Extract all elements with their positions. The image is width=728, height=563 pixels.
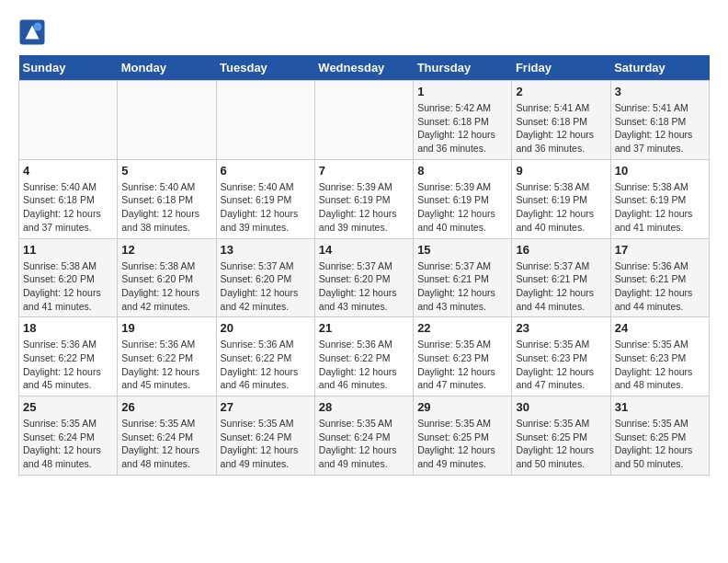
day-info: Sunrise: 5:38 AMSunset: 6:19 PMDaylight:… <box>516 180 606 235</box>
calendar-cell: 26Sunrise: 5:35 AMSunset: 6:24 PMDayligh… <box>118 396 216 476</box>
day-info: Sunrise: 5:36 AMSunset: 6:22 PMDaylight:… <box>221 338 311 392</box>
calendar-cell: 30Sunrise: 5:35 AMSunset: 6:25 PMDayligh… <box>512 396 610 476</box>
day-info: Sunrise: 5:35 AMSunset: 6:23 PMDaylight:… <box>516 338 606 392</box>
calendar-cell: 25Sunrise: 5:35 AMSunset: 6:24 PMDayligh… <box>19 396 118 476</box>
day-number: 2 <box>516 85 606 98</box>
day-number: 28 <box>319 400 409 414</box>
day-info: Sunrise: 5:36 AMSunset: 6:22 PMDaylight:… <box>23 338 113 392</box>
day-header-sunday: Sunday <box>19 55 118 81</box>
day-info: Sunrise: 5:35 AMSunset: 6:24 PMDaylight:… <box>23 417 113 471</box>
calendar-cell: 27Sunrise: 5:35 AMSunset: 6:24 PMDayligh… <box>216 396 314 476</box>
calendar-week-row: 11Sunrise: 5:38 AMSunset: 6:20 PMDayligh… <box>19 238 710 317</box>
calendar-cell: 20Sunrise: 5:36 AMSunset: 6:22 PMDayligh… <box>216 317 314 396</box>
calendar-cell: 17Sunrise: 5:36 AMSunset: 6:21 PMDayligh… <box>610 238 709 317</box>
calendar-cell: 19Sunrise: 5:36 AMSunset: 6:22 PMDayligh… <box>118 317 216 396</box>
day-number: 20 <box>221 321 311 335</box>
day-info: Sunrise: 5:36 AMSunset: 6:22 PMDaylight:… <box>121 338 211 392</box>
calendar-cell: 5Sunrise: 5:40 AMSunset: 6:18 PMDaylight… <box>118 159 216 238</box>
day-number: 23 <box>516 321 606 335</box>
calendar-cell: 4Sunrise: 5:40 AMSunset: 6:18 PMDaylight… <box>19 159 118 238</box>
calendar-cell: 29Sunrise: 5:35 AMSunset: 6:25 PMDayligh… <box>414 396 512 476</box>
day-number: 19 <box>121 321 211 335</box>
day-number: 25 <box>23 400 113 414</box>
svg-point-2 <box>34 23 42 31</box>
day-info: Sunrise: 5:36 AMSunset: 6:21 PMDaylight:… <box>615 259 705 314</box>
day-number: 30 <box>516 400 606 414</box>
calendar-week-row: 18Sunrise: 5:36 AMSunset: 6:22 PMDayligh… <box>19 317 710 396</box>
day-info: Sunrise: 5:40 AMSunset: 6:18 PMDaylight:… <box>121 180 211 235</box>
day-number: 9 <box>516 164 606 178</box>
day-number: 17 <box>615 243 705 257</box>
calendar-cell: 28Sunrise: 5:35 AMSunset: 6:24 PMDayligh… <box>314 396 413 476</box>
day-number: 13 <box>221 243 311 257</box>
day-info: Sunrise: 5:41 AMSunset: 6:18 PMDaylight:… <box>615 101 705 155</box>
day-header-friday: Friday <box>512 55 610 81</box>
calendar-cell <box>314 81 413 160</box>
calendar-cell: 24Sunrise: 5:35 AMSunset: 6:23 PMDayligh… <box>610 317 709 396</box>
calendar-cell: 18Sunrise: 5:36 AMSunset: 6:22 PMDayligh… <box>19 317 118 396</box>
day-info: Sunrise: 5:37 AMSunset: 6:20 PMDaylight:… <box>319 259 409 314</box>
day-info: Sunrise: 5:38 AMSunset: 6:20 PMDaylight:… <box>121 259 211 314</box>
calendar-cell <box>118 81 216 160</box>
day-number: 15 <box>417 243 507 257</box>
calendar-cell: 23Sunrise: 5:35 AMSunset: 6:23 PMDayligh… <box>512 317 610 396</box>
day-number: 5 <box>121 164 211 178</box>
day-number: 26 <box>121 400 211 414</box>
calendar-cell: 6Sunrise: 5:40 AMSunset: 6:19 PMDaylight… <box>216 159 314 238</box>
day-number: 18 <box>23 321 113 335</box>
calendar-cell: 12Sunrise: 5:38 AMSunset: 6:20 PMDayligh… <box>118 238 216 317</box>
day-number: 11 <box>23 243 113 257</box>
day-info: Sunrise: 5:39 AMSunset: 6:19 PMDaylight:… <box>417 180 507 235</box>
day-info: Sunrise: 5:39 AMSunset: 6:19 PMDaylight:… <box>319 180 409 235</box>
day-number: 7 <box>319 164 409 178</box>
day-header-thursday: Thursday <box>414 55 512 81</box>
day-header-saturday: Saturday <box>610 55 709 81</box>
calendar-cell: 13Sunrise: 5:37 AMSunset: 6:20 PMDayligh… <box>216 238 314 317</box>
calendar-cell: 14Sunrise: 5:37 AMSunset: 6:20 PMDayligh… <box>314 238 413 317</box>
day-info: Sunrise: 5:35 AMSunset: 6:24 PMDaylight:… <box>319 417 409 471</box>
calendar-week-row: 4Sunrise: 5:40 AMSunset: 6:18 PMDaylight… <box>19 159 710 238</box>
day-info: Sunrise: 5:37 AMSunset: 6:21 PMDaylight:… <box>516 259 606 314</box>
calendar-cell: 22Sunrise: 5:35 AMSunset: 6:23 PMDayligh… <box>414 317 512 396</box>
day-number: 8 <box>417 164 507 178</box>
page-header <box>18 18 710 46</box>
day-number: 24 <box>615 321 705 335</box>
calendar-cell: 31Sunrise: 5:35 AMSunset: 6:25 PMDayligh… <box>610 396 709 476</box>
day-number: 6 <box>221 164 311 178</box>
day-info: Sunrise: 5:40 AMSunset: 6:18 PMDaylight:… <box>23 180 113 235</box>
day-info: Sunrise: 5:37 AMSunset: 6:20 PMDaylight:… <box>221 259 311 314</box>
calendar-cell <box>216 81 314 160</box>
calendar-cell: 16Sunrise: 5:37 AMSunset: 6:21 PMDayligh… <box>512 238 610 317</box>
day-info: Sunrise: 5:35 AMSunset: 6:25 PMDaylight:… <box>516 417 606 471</box>
day-info: Sunrise: 5:38 AMSunset: 6:19 PMDaylight:… <box>615 180 705 235</box>
calendar-week-row: 25Sunrise: 5:35 AMSunset: 6:24 PMDayligh… <box>19 396 710 476</box>
calendar-cell: 1Sunrise: 5:42 AMSunset: 6:18 PMDaylight… <box>414 81 512 160</box>
day-info: Sunrise: 5:35 AMSunset: 6:23 PMDaylight:… <box>417 338 507 392</box>
day-number: 10 <box>615 164 705 178</box>
calendar-cell: 11Sunrise: 5:38 AMSunset: 6:20 PMDayligh… <box>19 238 118 317</box>
day-number: 31 <box>615 400 705 414</box>
day-header-wednesday: Wednesday <box>314 55 413 81</box>
day-info: Sunrise: 5:41 AMSunset: 6:18 PMDaylight:… <box>516 101 606 155</box>
calendar-table: SundayMondayTuesdayWednesdayThursdayFrid… <box>18 55 710 476</box>
day-header-monday: Monday <box>118 55 216 81</box>
day-header-tuesday: Tuesday <box>216 55 314 81</box>
day-number: 29 <box>417 400 507 414</box>
calendar-cell: 15Sunrise: 5:37 AMSunset: 6:21 PMDayligh… <box>414 238 512 317</box>
calendar-week-row: 1Sunrise: 5:42 AMSunset: 6:18 PMDaylight… <box>19 81 710 160</box>
day-info: Sunrise: 5:35 AMSunset: 6:24 PMDaylight:… <box>221 417 311 471</box>
calendar-cell: 9Sunrise: 5:38 AMSunset: 6:19 PMDaylight… <box>512 159 610 238</box>
day-number: 14 <box>319 243 409 257</box>
day-number: 16 <box>516 243 606 257</box>
day-info: Sunrise: 5:38 AMSunset: 6:20 PMDaylight:… <box>23 259 113 314</box>
logo <box>18 18 48 46</box>
calendar-cell: 21Sunrise: 5:36 AMSunset: 6:22 PMDayligh… <box>314 317 413 396</box>
calendar-cell: 2Sunrise: 5:41 AMSunset: 6:18 PMDaylight… <box>512 81 610 160</box>
day-number: 1 <box>417 85 507 98</box>
day-number: 12 <box>121 243 211 257</box>
day-number: 22 <box>417 321 507 335</box>
calendar-header-row: SundayMondayTuesdayWednesdayThursdayFrid… <box>19 55 710 81</box>
day-info: Sunrise: 5:35 AMSunset: 6:25 PMDaylight:… <box>417 417 507 471</box>
calendar-cell: 8Sunrise: 5:39 AMSunset: 6:19 PMDaylight… <box>414 159 512 238</box>
calendar-cell: 10Sunrise: 5:38 AMSunset: 6:19 PMDayligh… <box>610 159 709 238</box>
